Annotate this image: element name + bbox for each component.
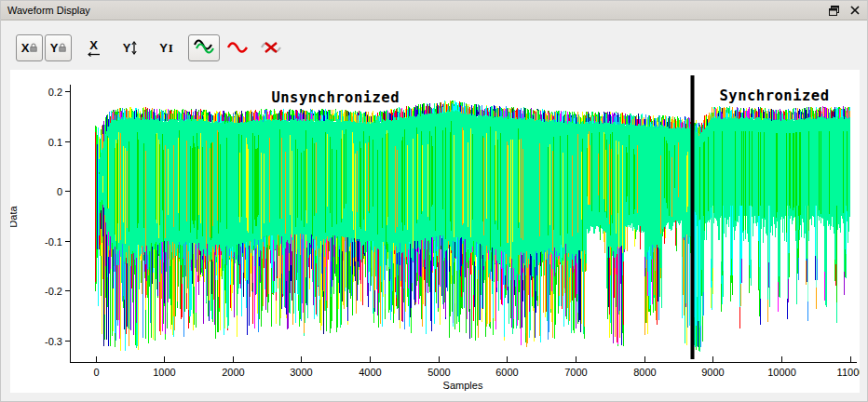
lock-icon bbox=[59, 43, 66, 52]
x-zoom-lock-button[interactable]: X bbox=[16, 34, 43, 61]
window-title: Waveform Display bbox=[1, 5, 828, 16]
vertical-arrows-icon bbox=[131, 41, 137, 55]
plot-panel: 0.20.10-0.1-0.2-0.3010002000300040005000… bbox=[10, 70, 860, 393]
curves-icon bbox=[193, 39, 215, 56]
y-cursor-label: Y bbox=[159, 42, 168, 54]
y-autoscale-label: Y bbox=[123, 42, 131, 54]
window-titlebar: Waveform Display bbox=[1, 1, 868, 20]
toolbar: X Y X Y Y I bbox=[16, 34, 287, 61]
float-window-icon[interactable] bbox=[828, 5, 840, 17]
waveform-plot-canvas[interactable]: 0.20.10-0.1-0.2-0.3010002000300040005000… bbox=[10, 70, 860, 393]
x-tick-label: 11000 bbox=[837, 367, 860, 378]
delete-curve-button[interactable] bbox=[255, 34, 287, 61]
y-zoom-lock-label: Y bbox=[50, 42, 59, 54]
i-beam-glyph: I bbox=[169, 42, 173, 54]
x-tick-label: 8000 bbox=[633, 367, 656, 378]
add-curve-button[interactable] bbox=[222, 34, 253, 61]
y-tick-label: 0.2 bbox=[48, 87, 62, 98]
close-icon[interactable] bbox=[849, 5, 861, 16]
y-axis-title: Data bbox=[10, 206, 19, 228]
horizontal-arrows-icon bbox=[88, 52, 101, 57]
y-autoscale-button[interactable]: Y bbox=[116, 34, 143, 61]
red-curve-icon bbox=[226, 41, 249, 54]
annotation-label: Synchronized bbox=[720, 87, 830, 104]
y-zoom-lock-button[interactable]: Y bbox=[45, 34, 72, 61]
x-tick-label: 4000 bbox=[359, 367, 381, 378]
y-tick-label: 0.1 bbox=[48, 137, 62, 148]
sync-divider-line bbox=[691, 75, 695, 359]
y-tick-label: -0.2 bbox=[45, 286, 62, 297]
x-tick-label: 1000 bbox=[153, 367, 175, 378]
x-autoscale-button[interactable]: X bbox=[80, 34, 107, 61]
x-axis-title: Samples bbox=[443, 380, 483, 391]
show-curves-button[interactable] bbox=[188, 34, 220, 61]
y-cursor-button[interactable]: Y I bbox=[153, 34, 180, 61]
x-tick-label: 7000 bbox=[564, 367, 587, 378]
y-tick-label: 0 bbox=[57, 186, 62, 197]
x-zoom-lock-label: X bbox=[21, 42, 30, 54]
x-tick-label: 10000 bbox=[767, 367, 796, 378]
waveform-traces bbox=[96, 100, 850, 353]
x-tick-label: 3000 bbox=[290, 367, 312, 378]
annotation-label: Unsynchronized bbox=[271, 89, 400, 106]
x-tick-label: 2000 bbox=[222, 367, 244, 378]
y-tick-label: -0.3 bbox=[45, 336, 62, 347]
x-autoscale-label: X bbox=[89, 39, 98, 51]
x-tick-label: 6000 bbox=[495, 367, 518, 378]
delete-curve-icon bbox=[260, 40, 282, 55]
lock-icon bbox=[30, 43, 37, 52]
x-tick-label: 9000 bbox=[701, 367, 724, 378]
x-tick-label: 5000 bbox=[427, 367, 450, 378]
y-tick-label: -0.1 bbox=[45, 236, 62, 248]
x-tick-label: 0 bbox=[93, 367, 99, 378]
waveform-display-window: { "window": { "title": "Waveform Display… bbox=[0, 0, 868, 402]
